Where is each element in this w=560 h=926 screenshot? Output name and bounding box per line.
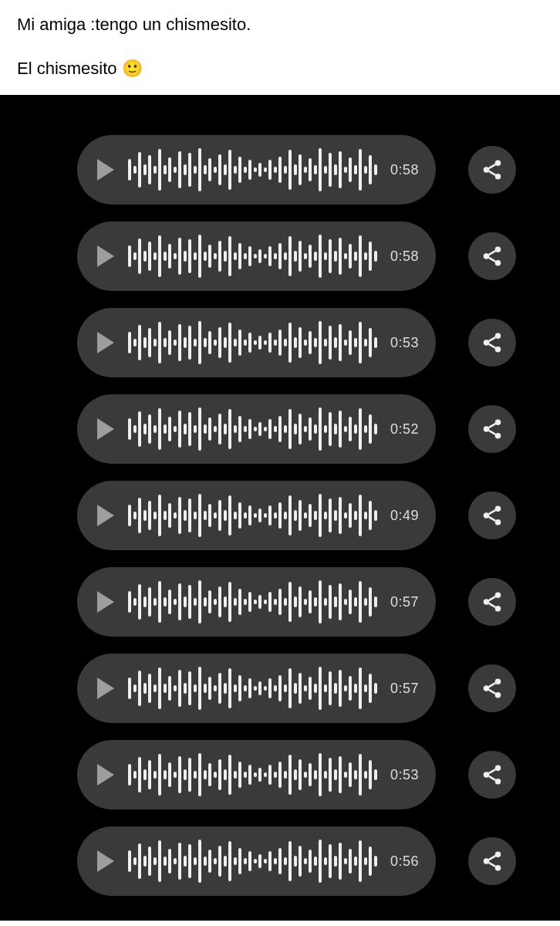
audio-row: 0:58 [0, 135, 560, 204]
audio-row: 0:56 [0, 826, 560, 896]
svg-point-8 [495, 346, 501, 353]
audio-message[interactable]: 0:53 [77, 308, 436, 377]
svg-point-5 [495, 260, 501, 266]
audio-row: 0:58 [0, 221, 560, 291]
svg-point-6 [495, 333, 501, 340]
share-icon [481, 158, 504, 181]
play-icon[interactable] [97, 505, 114, 526]
svg-point-25 [484, 858, 490, 864]
svg-point-22 [484, 772, 490, 778]
waveform[interactable] [128, 667, 380, 710]
audio-list: 0:580:580:530:520:490:570:570:530:56 [0, 95, 560, 921]
svg-point-21 [495, 765, 501, 772]
share-button[interactable] [468, 146, 516, 194]
duration-label: 0:57 [390, 681, 419, 697]
share-button[interactable] [468, 492, 516, 539]
waveform[interactable] [128, 148, 380, 191]
play-icon[interactable] [97, 418, 114, 440]
svg-point-23 [495, 779, 501, 785]
svg-point-26 [495, 865, 501, 871]
smile-emoji: 🙂 [122, 59, 143, 78]
waveform[interactable] [128, 407, 380, 451]
svg-point-10 [484, 426, 490, 432]
play-icon[interactable] [97, 678, 114, 699]
duration-label: 0:57 [390, 594, 419, 610]
duration-label: 0:53 [390, 335, 419, 351]
duration-label: 0:58 [390, 248, 419, 265]
svg-point-4 [484, 253, 490, 259]
caption-block: Mi amiga :tengo un chismesito. El chisme… [0, 0, 560, 95]
share-icon [481, 245, 504, 268]
audio-row: 0:57 [0, 654, 560, 723]
audio-row: 0:53 [0, 740, 560, 809]
waveform[interactable] [128, 840, 380, 883]
play-icon[interactable] [97, 159, 114, 181]
svg-point-2 [495, 174, 501, 180]
share-button[interactable] [468, 751, 516, 799]
audio-message[interactable]: 0:58 [77, 135, 436, 204]
share-button[interactable] [468, 578, 516, 626]
waveform[interactable] [128, 494, 380, 537]
duration-label: 0:53 [390, 767, 419, 783]
share-button[interactable] [468, 319, 516, 367]
audio-message[interactable]: 0:56 [77, 826, 436, 896]
audio-message[interactable]: 0:49 [77, 481, 436, 550]
play-icon[interactable] [97, 764, 114, 786]
share-button[interactable] [468, 405, 516, 453]
svg-point-19 [484, 685, 490, 691]
play-icon[interactable] [97, 591, 114, 613]
svg-point-12 [495, 506, 501, 512]
duration-label: 0:58 [390, 162, 419, 178]
duration-label: 0:49 [390, 508, 419, 524]
duration-label: 0:56 [390, 853, 419, 870]
caption-line-2-text: El chismesito [17, 59, 122, 78]
waveform[interactable] [128, 321, 380, 364]
waveform[interactable] [128, 580, 380, 624]
svg-point-3 [495, 247, 501, 253]
waveform[interactable] [128, 235, 380, 278]
share-icon [481, 417, 504, 441]
share-icon [481, 677, 504, 700]
audio-message[interactable]: 0:58 [77, 221, 436, 291]
audio-message[interactable]: 0:57 [77, 567, 436, 637]
caption-line-1: Mi amiga :tengo un chismesito. [17, 14, 543, 36]
svg-point-16 [484, 599, 490, 605]
audio-message[interactable]: 0:57 [77, 654, 436, 723]
caption-line-2: El chismesito 🙂 [17, 58, 543, 80]
svg-point-9 [495, 420, 501, 426]
svg-point-7 [484, 340, 490, 346]
svg-point-13 [484, 512, 490, 519]
share-button[interactable] [468, 837, 516, 885]
audio-row: 0:52 [0, 394, 560, 464]
play-icon[interactable] [97, 332, 114, 353]
play-icon[interactable] [97, 245, 114, 267]
share-icon [481, 763, 504, 786]
share-icon [481, 331, 504, 354]
share-button[interactable] [468, 664, 516, 712]
svg-point-0 [495, 161, 501, 167]
share-button[interactable] [468, 232, 516, 280]
audio-row: 0:57 [0, 567, 560, 637]
svg-point-20 [495, 692, 501, 698]
share-icon [481, 590, 504, 613]
share-icon [481, 504, 504, 527]
waveform[interactable] [128, 753, 380, 796]
duration-label: 0:52 [390, 421, 419, 438]
svg-point-17 [495, 606, 501, 612]
svg-point-11 [495, 433, 501, 439]
svg-point-15 [495, 593, 501, 599]
svg-point-18 [495, 679, 501, 685]
svg-point-1 [484, 167, 490, 173]
share-icon [481, 850, 504, 873]
audio-row: 0:49 [0, 481, 560, 550]
play-icon[interactable] [97, 850, 114, 872]
audio-row: 0:53 [0, 308, 560, 377]
audio-message[interactable]: 0:53 [77, 740, 436, 809]
audio-message[interactable]: 0:52 [77, 394, 436, 464]
svg-point-24 [495, 852, 501, 858]
svg-point-14 [495, 519, 501, 526]
